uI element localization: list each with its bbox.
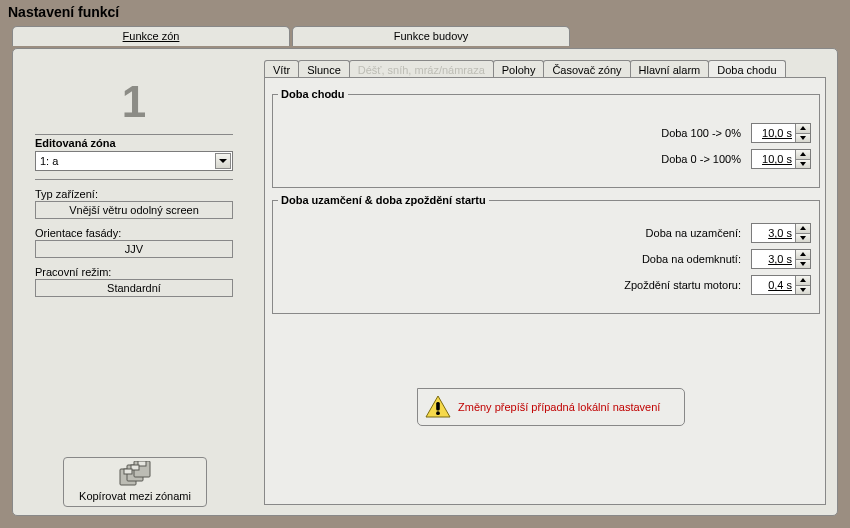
lock-time-label: Doba na uzamčení: <box>646 227 741 239</box>
spinner-up-button[interactable] <box>795 276 810 285</box>
tab-building-functions-label: Funkce budovy <box>394 30 469 42</box>
tab-zone-functions-label: Funkce zón <box>123 30 180 42</box>
svg-rect-5 <box>124 469 132 474</box>
spinner-down-button[interactable] <box>795 159 810 169</box>
work-mode-button[interactable]: Standardní <box>35 279 233 297</box>
group-lock-delay: Doba uzamčení & doba zpoždění startu Dob… <box>272 200 820 314</box>
up-arrow-icon <box>800 152 806 156</box>
run-time-0-100-spinner[interactable]: 10,0 s <box>751 149 811 169</box>
disks-icon <box>117 461 153 489</box>
run-time-100-0-spinner[interactable]: 10,0 s <box>751 123 811 143</box>
spinner-down-button[interactable] <box>795 285 810 295</box>
up-arrow-icon <box>800 252 806 256</box>
down-arrow-icon <box>800 136 806 140</box>
spinner-down-button[interactable] <box>795 259 810 269</box>
top-tab-bar: Funkce zón Funkce budovy <box>0 26 850 46</box>
page-title: Nastavení funkcí <box>0 0 850 26</box>
run-time-0-100-value: 10,0 s <box>752 150 795 168</box>
facade-orientation-button[interactable]: JJV <box>35 240 233 258</box>
unlock-time-value: 3,0 s <box>752 250 795 268</box>
run-time-100-0-value: 10,0 s <box>752 124 795 142</box>
copy-between-zones-button[interactable]: Kopírovat mezi zónami <box>63 457 207 507</box>
lock-time-spinner[interactable]: 3,0 s <box>751 223 811 243</box>
group-lock-delay-title: Doba uzamčení & doba zpoždění startu <box>278 194 489 206</box>
device-type-button[interactable]: Vnější větru odolný screen <box>35 201 233 219</box>
dropdown-button[interactable] <box>215 153 231 169</box>
divider <box>35 179 233 180</box>
warning-icon <box>424 393 452 421</box>
run-time-100-0-label: Doba 100 -> 0% <box>661 127 741 139</box>
group-run-time-title: Doba chodu <box>278 88 348 100</box>
main-panel: 1 Editovaná zóna 1: a Typ zařízení: Vněj… <box>12 48 838 516</box>
group-run-time: Doba chodu Doba 100 -> 0% 10,0 s Doba 0 … <box>272 94 820 188</box>
run-time-0-100-label: Doba 0 -> 100% <box>661 153 741 165</box>
unlock-time-spinner[interactable]: 3,0 s <box>751 249 811 269</box>
spinner-up-button[interactable] <box>795 150 810 159</box>
svg-point-8 <box>436 411 440 415</box>
edited-zone-value: 1: a <box>36 155 215 167</box>
edited-zone-label: Editovaná zóna <box>35 137 233 149</box>
tab-zone-functions[interactable]: Funkce zón <box>12 26 290 46</box>
up-arrow-icon <box>800 226 806 230</box>
down-arrow-icon <box>800 262 806 266</box>
down-arrow-icon <box>800 288 806 292</box>
sub-tab-bar: Vítr Slunce Déšť, sníh, mráz/námraza Pol… <box>264 59 785 79</box>
tab-building-functions[interactable]: Funkce budovy <box>292 26 570 46</box>
chevron-down-icon <box>219 159 227 163</box>
copy-between-zones-label: Kopírovat mezi zónami <box>79 490 191 502</box>
motor-start-delay-spinner[interactable]: 0,4 s <box>751 275 811 295</box>
warning-text: Změny přepíší případná lokální nastavení <box>458 401 660 413</box>
spinner-down-button[interactable] <box>795 233 810 243</box>
down-arrow-icon <box>800 162 806 166</box>
up-arrow-icon <box>800 278 806 282</box>
divider <box>35 134 233 135</box>
device-type-label: Typ zařízení: <box>35 188 233 200</box>
warning-box: Změny přepíší případná lokální nastavení <box>417 388 685 426</box>
facade-orientation-label: Orientace fasády: <box>35 227 233 239</box>
svg-rect-7 <box>436 402 440 411</box>
zone-number-display: 1 <box>35 74 233 130</box>
down-arrow-icon <box>800 236 806 240</box>
sidebar: 1 Editovaná zóna 1: a Typ zařízení: Vněj… <box>35 74 233 297</box>
lock-time-value: 3,0 s <box>752 224 795 242</box>
work-mode-label: Pracovní režim: <box>35 266 233 278</box>
unlock-time-label: Doba na odemknutí: <box>642 253 741 265</box>
motor-start-delay-label: Zpoždění startu motoru: <box>624 279 741 291</box>
spinner-down-button[interactable] <box>795 133 810 143</box>
spinner-up-button[interactable] <box>795 224 810 233</box>
spinner-up-button[interactable] <box>795 250 810 259</box>
motor-start-delay-value: 0,4 s <box>752 276 795 294</box>
up-arrow-icon <box>800 126 806 130</box>
spinner-up-button[interactable] <box>795 124 810 133</box>
sub-tab-panel: Doba chodu Doba 100 -> 0% 10,0 s Doba 0 … <box>264 77 826 505</box>
edited-zone-dropdown[interactable]: 1: a <box>35 151 233 171</box>
